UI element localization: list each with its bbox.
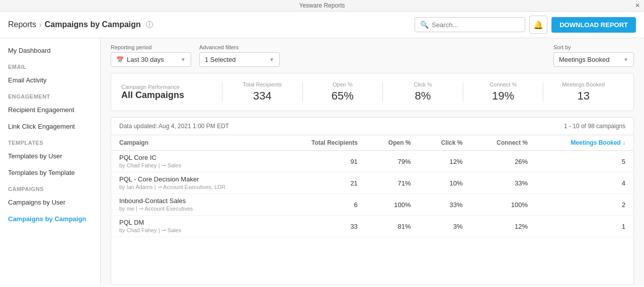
window-title: Yesware Reports [299,2,345,9]
col-header-total-recipients: Total Recipients [280,135,366,151]
search-box[interactable]: 🔍 [415,17,525,32]
sidebar-section-campaigns: CAMPAIGNS [0,181,100,194]
content-area: Reporting period 📅 Last 30 days ▼ Advanc… [101,38,644,285]
sidebar: My Dashboard EMAIL Email Activity ENGAGE… [0,38,101,285]
sidebar-item-link-click-engagement[interactable]: Link Click Engagement [0,118,100,135]
cell-campaign-name: PQL Core IC by Chad Fahey | ⇀ Sales [111,151,280,172]
col-header-open-pct: Open % [366,135,419,151]
bell-icon: 🔔 [533,20,543,30]
cell-total-recipients: 21 [280,172,366,194]
cell-campaign-name: PQL - Core Decision Maker by Ian Adams |… [111,172,280,194]
summary-open-pct-value: 65% [332,89,354,103]
cell-open-pct: 81% [366,216,419,237]
cell-meetings-booked: 5 [536,151,633,172]
cell-open-pct: 71% [366,172,419,194]
header-right-actions: 🔍 🔔 DOWNLOAD REPORT [415,16,636,34]
table-row[interactable]: Inbound-Contact Sales by me | ⇀ Account … [111,194,633,216]
cell-total-recipients: 33 [280,216,366,237]
search-input[interactable] [432,21,520,29]
advanced-filters-chevron-icon: ▼ [269,57,274,62]
summary-open-pct: Open % 65% [302,81,383,103]
sidebar-item-my-dashboard[interactable]: My Dashboard [0,42,100,59]
search-icon: 🔍 [420,21,429,29]
col-header-campaign: Campaign [111,135,280,151]
sidebar-item-campaigns-by-user[interactable]: Campaigns by User [0,194,100,211]
summary-connect-pct-label: Connect % [490,81,517,87]
advanced-filters-select[interactable]: 1 Selected ▼ [199,52,280,67]
cell-connect-pct: 33% [470,172,536,194]
sidebar-item-email-activity[interactable]: Email Activity [0,72,100,88]
notification-bell-button[interactable]: 🔔 [529,16,547,34]
summary-campaign-name: All Campaigns [121,90,222,101]
summary-card: Campaign Performance All Campaigns Total… [111,73,634,111]
window-titlebar: Yesware Reports ✕ [0,0,644,12]
cell-click-pct: 10% [419,172,471,194]
summary-connect-pct-value: 19% [492,89,514,103]
col-header-connect-pct: Connect % [470,135,536,151]
col-header-click-pct: Click % [419,135,471,151]
breadcrumb: Reports › Campaigns by Campaign i [8,20,153,29]
cell-click-pct: 3% [419,216,471,237]
summary-meetings-booked: Meetings Booked 13 [543,81,623,103]
cell-meetings-booked: 4 [536,172,633,194]
window-close-button[interactable]: ✕ [635,2,640,9]
reporting-period-filter-group: Reporting period 📅 Last 30 days ▼ [111,44,191,67]
table-row[interactable]: PQL DM by Chad Fahey | ⇀ Sales 33 81% 3%… [111,216,633,237]
sort-by-select[interactable]: Meetings Booked ▼ [553,52,634,67]
summary-total-recipients: Total Recipients 334 [222,81,302,103]
cell-campaign-name: PQL DM by Chad Fahey | ⇀ Sales [111,216,280,237]
reporting-period-value: Last 30 days [127,56,164,63]
table-row[interactable]: PQL - Core Decision Maker by Ian Adams |… [111,172,633,194]
summary-click-pct-label: Click % [414,81,432,87]
cell-total-recipients: 91 [280,151,366,172]
summary-click-pct: Click % 8% [382,81,463,103]
sidebar-item-templates-by-template[interactable]: Templates by Template [0,164,100,181]
reporting-period-chevron-icon: ▼ [181,57,186,62]
filters-bar: Reporting period 📅 Last 30 days ▼ Advanc… [101,38,644,73]
cell-meetings-booked: 2 [536,194,633,216]
sidebar-section-templates: TEMPLATES [0,135,100,148]
campaign-performance-label: Campaign Performance [121,84,222,90]
sort-by-label: Sort by [553,44,634,50]
summary-meetings-booked-value: 13 [577,89,589,103]
cell-click-pct: 33% [419,194,471,216]
summary-open-pct-label: Open % [333,81,353,87]
table-header-row: Campaign Total Recipients Open % Click %… [111,135,633,151]
top-header: Reports › Campaigns by Campaign i 🔍 🔔 DO… [0,12,644,38]
summary-connect-pct: Connect % 19% [463,81,543,103]
sort-by-filter-group: Sort by Meetings Booked ▼ [553,44,634,67]
summary-campaign-section: Campaign Performance All Campaigns [121,84,222,101]
breadcrumb-separator: › [39,21,42,29]
reporting-period-select[interactable]: 📅 Last 30 days ▼ [111,52,191,67]
sidebar-item-templates-by-user[interactable]: Templates by User [0,148,100,164]
cell-open-pct: 79% [366,151,419,172]
calendar-icon: 📅 [116,56,124,63]
sidebar-item-recipient-engagement[interactable]: Recipient Engagement [0,102,100,118]
table-row[interactable]: PQL Core IC by Chad Fahey | ⇀ Sales 91 7… [111,151,633,172]
table-updated-text: Data updated: Aug 4, 2021 1:00 PM EDT [119,123,229,130]
sidebar-section-email: EMAIL [0,59,100,72]
cell-connect-pct: 26% [470,151,536,172]
col-header-meetings-booked[interactable]: Meetings Booked ↓ [536,135,633,151]
sidebar-section-engagement: ENGAGEMENT [0,88,100,102]
reports-breadcrumb-link[interactable]: Reports [8,20,36,29]
advanced-filters-label: Advanced filters [199,44,280,50]
summary-click-pct-value: 8% [415,89,431,103]
main-layout: My Dashboard EMAIL Email Activity ENGAGE… [0,38,644,285]
advanced-filters-value: 1 Selected [205,56,235,63]
sidebar-item-campaigns-by-campaign[interactable]: Campaigns by Campaign [0,211,100,227]
advanced-filters-group: Advanced filters 1 Selected ▼ [199,44,280,67]
summary-meetings-booked-label: Meetings Booked [562,81,605,87]
cell-connect-pct: 12% [470,216,536,237]
reporting-period-label: Reporting period [111,44,191,50]
info-icon[interactable]: i [146,21,153,28]
campaigns-table: Campaign Total Recipients Open % Click %… [111,135,633,237]
table-count-text: 1 - 10 of 98 campaigns [564,123,625,130]
sort-by-value: Meetings Booked [559,56,609,63]
cell-campaign-name: Inbound-Contact Sales by me | ⇀ Account … [111,194,280,216]
download-report-button[interactable]: DOWNLOAD REPORT [551,17,636,33]
cell-open-pct: 100% [366,194,419,216]
cell-total-recipients: 6 [280,194,366,216]
table-meta: Data updated: Aug 4, 2021 1:00 PM EDT 1 … [111,118,633,135]
table-area: Data updated: Aug 4, 2021 1:00 PM EDT 1 … [111,117,634,285]
